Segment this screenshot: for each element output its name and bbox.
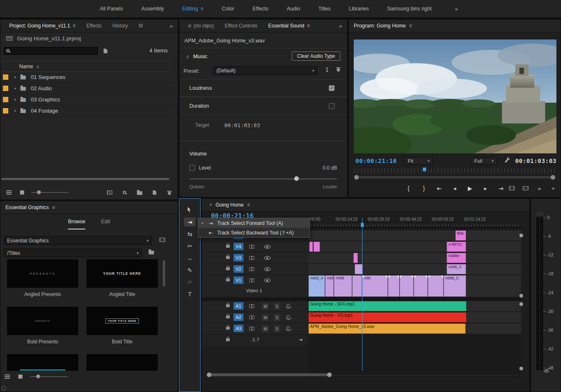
solo-button[interactable]: S (273, 303, 280, 310)
panel-menu-icon[interactable]: ≡ (52, 205, 55, 210)
tab-effect-controls[interactable]: Effect Controls (219, 20, 263, 32)
duration-checkbox[interactable]: ✓ (329, 103, 335, 109)
timeline-clip[interactable]: A005_C (447, 264, 466, 274)
timeline-clip[interactable] (353, 253, 358, 263)
tab-edit[interactable]: Edit (101, 219, 110, 229)
mute-button[interactable]: M (262, 325, 269, 332)
scroll-handle[interactable] (519, 302, 523, 306)
panel-menu-icon[interactable]: ≡ (247, 202, 250, 208)
track-lock-icon[interactable] (226, 338, 230, 341)
extract-button[interactable] (522, 185, 529, 192)
tab-history[interactable]: History (107, 20, 133, 32)
mute-button[interactable]: M (262, 303, 269, 310)
timeline-clip[interactable]: Going Home - VO.mp3 (308, 312, 467, 323)
bin-row[interactable]: ▸01 Sequences (0, 71, 172, 83)
pen-tool[interactable]: ✎ (184, 266, 196, 275)
sync-lock-icon[interactable] (249, 267, 254, 271)
tab-browse[interactable]: Browse (68, 219, 85, 229)
timeline-clip[interactable]: A00 (362, 275, 388, 297)
program-playhead-handle[interactable] (423, 168, 426, 171)
track-target-v2[interactable]: V2 (233, 265, 243, 273)
program-scrollbar[interactable] (355, 176, 555, 178)
new-bin-button[interactable] (136, 189, 143, 196)
bin-row[interactable]: ▸02 Audio (0, 83, 172, 94)
solo-button[interactable]: S (273, 314, 280, 321)
label-color-chip[interactable] (3, 108, 8, 113)
solo-button[interactable]: S (273, 325, 280, 332)
template-item[interactable] (87, 354, 158, 371)
timeline-clip[interactable]: Adobe (447, 253, 466, 263)
delete-button[interactable] (166, 189, 173, 196)
delete-preset-icon[interactable] (336, 67, 340, 71)
settings-wrench-icon[interactable] (505, 158, 509, 163)
thumbnail-size-knob[interactable] (36, 375, 40, 378)
voiceover-record-icon[interactable] (287, 304, 290, 308)
program-mini-timeline[interactable] (355, 168, 555, 173)
template-source-dropdown[interactable]: Essential Graphics ▾ (4, 236, 152, 245)
sync-lock-icon[interactable] (249, 279, 254, 282)
workspace-tab-effects[interactable]: Effects (243, 0, 278, 17)
timeline-clip[interactable] (352, 275, 362, 297)
preset-dropdown[interactable]: (Default) ▾ (213, 66, 318, 75)
template-item[interactable]: PRESENTSAngled Presents (7, 259, 78, 298)
workspace-menu-icon[interactable]: ≡ (201, 6, 204, 12)
tab-essential-sound[interactable]: Essential Sound≡ (263, 20, 315, 32)
automate-to-sequence-button[interactable] (106, 189, 113, 196)
timeline-clip[interactable] (400, 275, 414, 297)
save-preset-icon[interactable]: ↧ (325, 67, 330, 73)
timeline-clip[interactable] (414, 275, 428, 297)
template-item[interactable]: YOUR TITLE HEREBold Title (87, 307, 158, 345)
track-lock-icon[interactable] (226, 267, 230, 270)
duration-section[interactable]: Duration ✓ (179, 97, 347, 115)
graphics-panel-title[interactable]: Essential Graphics (5, 205, 49, 210)
go-to-next-keyframe-icon[interactable]: ⇥ (298, 337, 303, 343)
zoom-slider[interactable] (31, 192, 69, 193)
razor-tool[interactable]: ✂ (184, 242, 196, 251)
toggle-track-output-icon[interactable] (264, 256, 271, 260)
timeline-zoom-scrollbar[interactable] (208, 373, 331, 376)
track-lock-icon[interactable] (226, 279, 230, 281)
expand-caret-icon[interactable]: ▸ (12, 75, 19, 79)
workspace-tab-titles[interactable]: Titles (309, 0, 340, 17)
play-button[interactable]: ▶ (467, 185, 474, 192)
sync-lock-icon[interactable] (249, 245, 254, 249)
track-lock-icon[interactable] (226, 304, 230, 307)
track-lock-icon[interactable] (226, 256, 230, 259)
panel-menu-icon[interactable]: ≡ (409, 23, 412, 29)
template-item[interactable]: PRESENTSBold Presents (7, 307, 78, 345)
new-item-button[interactable] (151, 189, 158, 196)
label-color-chip[interactable] (3, 74, 8, 80)
sequence-tab[interactable]: × Going Home ≡ (205, 199, 254, 211)
timeline-clip[interactable]: A005 (334, 275, 352, 297)
expand-caret-icon[interactable]: ▸ (12, 86, 19, 90)
scroll-handle[interactable] (519, 294, 523, 298)
search-input[interactable] (4, 47, 98, 55)
timeline-clip[interactable]: A005_C (444, 275, 466, 297)
horizontal-scrollbar[interactable] (1, 178, 169, 180)
slip-tool[interactable]: ↔ (184, 254, 196, 263)
toggle-track-output-icon[interactable] (264, 279, 271, 282)
lift-button[interactable] (509, 185, 515, 192)
mute-button[interactable]: M (262, 314, 269, 321)
timeline-clip[interactable]: APM_Adobe_Going Home_v3.wav (308, 323, 466, 334)
label-color-chip[interactable] (3, 97, 8, 102)
workspace-tab-editing[interactable]: Editing≡ (173, 0, 213, 17)
selection-tool[interactable] (184, 205, 196, 214)
toggle-track-output-icon[interactable] (264, 267, 271, 271)
ripple-edit-tool[interactable]: ⇆ (184, 229, 196, 239)
timeline-clip[interactable] (355, 264, 363, 274)
find-button[interactable] (121, 189, 128, 196)
go-to-in-button[interactable]: ⇤ (436, 185, 443, 192)
tab-effects[interactable]: Effects (81, 20, 107, 32)
level-slider[interactable] (189, 178, 337, 180)
panel-menu-icon[interactable]: ≡ (307, 23, 310, 29)
go-to-out-button[interactable]: ⇥ (498, 185, 504, 192)
level-checkbox[interactable]: ✓ (189, 165, 195, 171)
step-forward-button[interactable]: ▸ (482, 185, 489, 192)
program-current-timecode[interactable]: 00:00:21:16 (355, 158, 397, 164)
sync-lock-icon[interactable] (249, 316, 254, 319)
panel-overflow-icon[interactable]: » (339, 23, 344, 29)
timeline-clip[interactable]: A RETU (447, 242, 466, 252)
workspace-tab-color[interactable]: Color (213, 0, 243, 17)
workspace-tab-assembly[interactable]: Assembly (132, 0, 173, 17)
